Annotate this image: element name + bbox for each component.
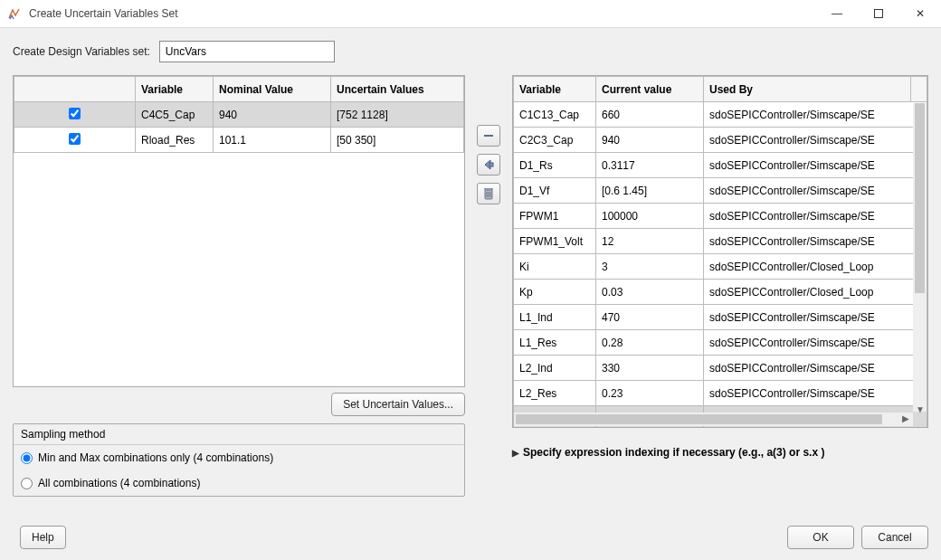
table-row[interactable]: FPWM1_Volt12sdoSEPICController/Simscape/… xyxy=(514,229,927,254)
scroll-thumb[interactable] xyxy=(915,103,925,293)
cell-variable[interactable]: D1_Rs xyxy=(514,153,596,178)
window-title: Create Uncertain Variables Set xyxy=(29,7,178,20)
scroll-thumb-h[interactable] xyxy=(516,414,882,424)
row-checkbox[interactable] xyxy=(69,133,81,145)
table-row[interactable]: D1_Rs0.3117sdoSEPICController/Simscape/S… xyxy=(514,153,927,178)
svg-rect-3 xyxy=(490,163,493,166)
cell-nominal[interactable]: 101.1 xyxy=(214,128,331,153)
scroll-down-icon[interactable]: ▼ xyxy=(916,404,925,414)
delete-button[interactable] xyxy=(477,183,500,204)
cell-usedby[interactable]: sdoSEPICController/Closed_Loop xyxy=(704,280,927,305)
cell-current[interactable]: 660 xyxy=(596,102,704,128)
cell-current[interactable]: 100000 xyxy=(596,204,704,229)
table-row[interactable]: Kp0.03sdoSEPICController/Closed_Loop xyxy=(514,280,927,305)
col-uncertain[interactable]: Uncertain Values xyxy=(331,77,464,102)
svg-rect-2 xyxy=(484,135,493,137)
minimize-button[interactable]: — xyxy=(816,0,858,28)
cell-variable[interactable]: L1_Ind xyxy=(514,305,596,330)
cell-variable[interactable]: FPWM1 xyxy=(514,204,596,229)
table-row[interactable]: L2_Res0.23sdoSEPICController/Simscape/SE xyxy=(514,381,927,406)
cell-variable[interactable]: C2C3_Cap xyxy=(514,128,596,153)
table-row[interactable]: Rload_Res101.1[50 350] xyxy=(14,128,464,153)
cell-current[interactable]: 3 xyxy=(596,254,704,280)
table-row[interactable]: L1_Ind470sdoSEPICController/Simscape/SE xyxy=(514,305,927,330)
cell-current[interactable]: [0.6 1.45] xyxy=(596,178,704,204)
chevron-right-icon: ▶ xyxy=(512,448,519,458)
col-checkbox xyxy=(14,77,136,102)
radio-minmax[interactable] xyxy=(21,452,33,464)
close-button[interactable]: ✕ xyxy=(899,0,941,28)
cell-usedby[interactable]: sdoSEPICController/Simscape/SE xyxy=(704,356,927,381)
cell-usedby[interactable]: sdoSEPICController/Simscape/SE xyxy=(704,305,927,330)
set-uncertain-values-button[interactable]: Set Uncertain Values... xyxy=(331,393,465,416)
horizontal-scrollbar[interactable]: ▶ xyxy=(514,413,913,426)
cell-nominal[interactable]: 940 xyxy=(214,102,331,128)
cell-current[interactable]: 0.03 xyxy=(596,280,704,305)
cell-variable[interactable]: C1C13_Cap xyxy=(514,102,596,128)
table-row[interactable]: C4C5_Cap940[752 1128] xyxy=(14,102,464,128)
maximize-button[interactable] xyxy=(858,0,899,28)
all-vars-table[interactable]: Variable Current value Used By C1C13_Cap… xyxy=(512,75,928,428)
cell-variable[interactable]: Rload_Res xyxy=(136,128,214,153)
set-label: Create Design Variables set: xyxy=(13,45,150,58)
rcol-variable[interactable]: Variable xyxy=(514,77,596,102)
title-bar: Create Uncertain Variables Set — ✕ xyxy=(0,0,941,28)
cell-current[interactable]: 940 xyxy=(596,128,704,153)
table-row[interactable]: D1_Vf[0.6 1.45]sdoSEPICController/Simsca… xyxy=(514,178,927,204)
cell-variable[interactable]: L1_Res xyxy=(514,330,596,356)
cell-variable[interactable]: D1_Vf xyxy=(514,178,596,204)
cell-variable[interactable]: L2_Res xyxy=(514,381,596,406)
cell-variable[interactable]: Kp xyxy=(514,280,596,305)
sampling-method-group: Sampling method Min and Max combinations… xyxy=(13,423,465,497)
radio-all[interactable] xyxy=(21,478,33,489)
cell-variable[interactable]: Ki xyxy=(514,254,596,280)
vertical-scrollbar[interactable]: ▼ xyxy=(913,103,927,412)
radio-all-label: All combinations (4 combinations) xyxy=(38,477,200,489)
cell-usedby[interactable]: sdoSEPICController/Simscape/SE xyxy=(704,229,927,254)
cell-usedby[interactable]: sdoSEPICController/Simscape/SE xyxy=(704,128,927,153)
row-checkbox[interactable] xyxy=(69,108,81,119)
uncertain-vars-table[interactable]: Variable Nominal Value Uncertain Values … xyxy=(13,75,465,387)
cell-current[interactable]: 0.3117 xyxy=(596,153,704,178)
table-row[interactable]: C1C13_Cap660sdoSEPICController/Simscape/… xyxy=(514,102,927,128)
cell-current[interactable]: 0.23 xyxy=(596,381,704,406)
cancel-button[interactable]: Cancel xyxy=(861,526,928,549)
table-row[interactable]: C2C3_Cap940sdoSEPICController/Simscape/S… xyxy=(514,128,927,153)
rcol-current[interactable]: Current value xyxy=(596,77,704,102)
group-title: Sampling method xyxy=(14,424,464,445)
specify-expression-toggle[interactable]: ▶ Specify expression indexing if necessa… xyxy=(512,446,928,459)
svg-rect-1 xyxy=(875,10,883,18)
cell-usedby[interactable]: sdoSEPICController/Simscape/SE xyxy=(704,153,927,178)
table-row[interactable]: FPWM1100000sdoSEPICController/Simscape/S… xyxy=(514,204,927,229)
cell-usedby[interactable]: sdoSEPICController/Simscape/SE xyxy=(704,178,927,204)
cell-variable[interactable]: L2_Ind xyxy=(514,356,596,381)
cell-usedby[interactable]: sdoSEPICController/Simscape/SE xyxy=(704,381,927,406)
scroll-right-icon[interactable]: ▶ xyxy=(902,413,909,423)
col-variable[interactable]: Variable xyxy=(136,77,214,102)
svg-rect-5 xyxy=(484,188,493,190)
cell-usedby[interactable]: sdoSEPICController/Simscape/SE xyxy=(704,102,927,128)
cell-variable[interactable]: C4C5_Cap xyxy=(136,102,214,128)
table-row[interactable]: L2_Ind330sdoSEPICController/Simscape/SE xyxy=(514,356,927,381)
cell-variable[interactable]: FPWM1_Volt xyxy=(514,229,596,254)
cell-usedby[interactable]: sdoSEPICController/Simscape/SE xyxy=(704,204,927,229)
table-row[interactable]: Ki3sdoSEPICController/Closed_Loop xyxy=(514,254,927,280)
help-button[interactable]: Help xyxy=(20,526,66,549)
table-row[interactable]: L1_Res0.28sdoSEPICController/Simscape/SE xyxy=(514,330,927,356)
minus-icon xyxy=(483,130,494,141)
ok-button[interactable]: OK xyxy=(787,526,854,549)
remove-button[interactable] xyxy=(477,125,500,147)
cell-usedby[interactable]: sdoSEPICController/Closed_Loop xyxy=(704,254,927,280)
cell-current[interactable]: 470 xyxy=(596,305,704,330)
add-left-button[interactable] xyxy=(477,154,500,176)
rcol-usedby[interactable]: Used By xyxy=(704,77,911,102)
maximize-icon xyxy=(874,9,883,18)
set-name-input[interactable] xyxy=(159,41,335,62)
cell-current[interactable]: 0.28 xyxy=(596,330,704,356)
cell-current[interactable]: 330 xyxy=(596,356,704,381)
cell-current[interactable]: 12 xyxy=(596,229,704,254)
cell-usedby[interactable]: sdoSEPICController/Simscape/SE xyxy=(704,330,927,356)
col-nominal[interactable]: Nominal Value xyxy=(214,77,331,102)
cell-uncertain[interactable]: [752 1128] xyxy=(331,102,464,128)
cell-uncertain[interactable]: [50 350] xyxy=(331,128,464,153)
